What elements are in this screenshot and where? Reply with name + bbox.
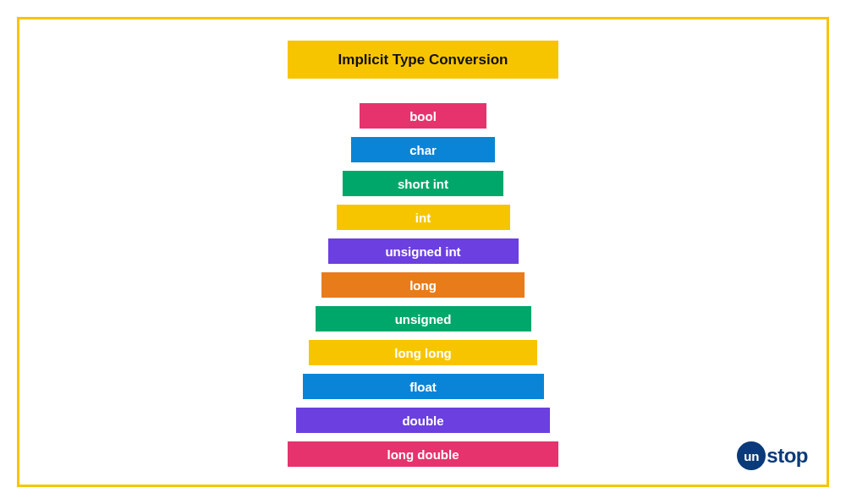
type-bar-short-int: short int xyxy=(343,171,503,196)
type-bar-unsigned-int: unsigned int xyxy=(328,238,519,264)
type-bar-long-double: long double xyxy=(288,441,558,467)
diagram-title: Implicit Type Conversion xyxy=(288,41,558,79)
type-bar-int: int xyxy=(337,205,510,230)
logo-circle-icon: un xyxy=(737,441,766,470)
type-bar-double: double xyxy=(296,408,550,433)
type-hierarchy-pyramid: bool char short int int unsigned int lon… xyxy=(288,103,558,475)
type-bar-float: float xyxy=(303,374,544,399)
type-bar-char: char xyxy=(351,137,495,162)
logo-text: stop xyxy=(766,444,808,468)
type-bar-unsigned: unsigned xyxy=(316,306,531,331)
type-bar-long-long: long long xyxy=(309,340,537,365)
brand-logo: un stop xyxy=(737,441,808,470)
type-bar-long: long xyxy=(321,272,525,298)
type-bar-bool: bool xyxy=(360,103,486,129)
